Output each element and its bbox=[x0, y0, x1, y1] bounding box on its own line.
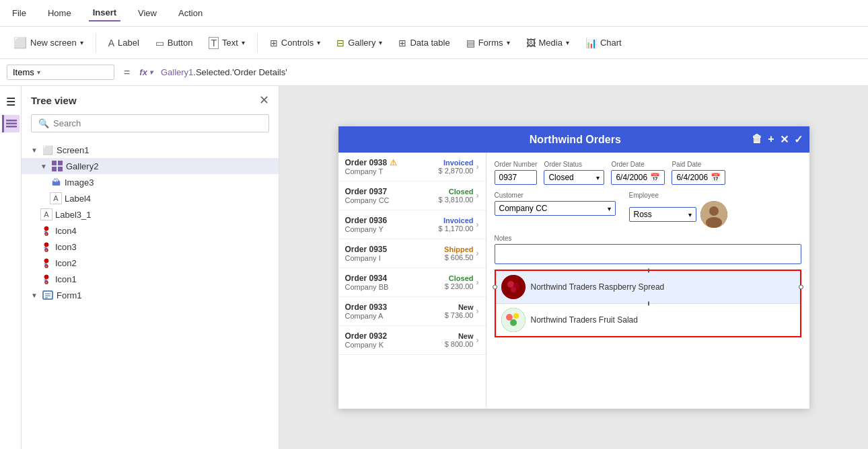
order-item-0932[interactable]: Order 0932 Company K New $ 800.00 › bbox=[338, 326, 486, 355]
forms-icon: ▤ bbox=[466, 38, 475, 48]
paid-date-label: Paid Date bbox=[672, 161, 725, 168]
order-item-0936[interactable]: Order 0936 Company Y Invoiced $ 1,170.00… bbox=[338, 210, 486, 239]
label-icon: A bbox=[108, 38, 114, 48]
gallery-item-fruit[interactable]: Northwind Traders Fruit Salad bbox=[496, 304, 800, 336]
employee-field: Employee Ross ▾ bbox=[629, 192, 727, 228]
tree-item-icon4[interactable]: ⇅ Icon4 bbox=[22, 222, 279, 239]
tree-item-label3-1[interactable]: A Label3_1 bbox=[22, 206, 279, 222]
menu-insert[interactable]: Insert bbox=[89, 5, 120, 22]
svg-point-31 bbox=[506, 314, 513, 321]
svg-rect-4 bbox=[58, 161, 63, 165]
layers-icon[interactable] bbox=[2, 115, 20, 132]
text-button[interactable]: T Text ▾ bbox=[202, 34, 251, 52]
menu-view[interactable]: View bbox=[134, 5, 161, 21]
tree-label-icon2: Icon2 bbox=[55, 258, 77, 268]
order-item-0933[interactable]: Order 0933 Company A New $ 736.00 › bbox=[338, 297, 486, 326]
tree-label-icon1: Icon1 bbox=[55, 274, 77, 284]
chevron-right-icon: › bbox=[476, 278, 479, 287]
employee-select[interactable]: Ross ▾ bbox=[629, 207, 696, 222]
formula-text[interactable]: Gallery1.Selected.'Order Details' bbox=[161, 67, 287, 77]
fx-indicator: fx ▾ bbox=[139, 67, 153, 77]
order-number: Order 0932 bbox=[345, 331, 445, 341]
tree-item-icon3[interactable]: ⇅ Icon3 bbox=[22, 239, 279, 255]
svg-point-33 bbox=[510, 319, 517, 326]
tree-item-screen1[interactable]: ▼ ⬜ Screen1 bbox=[22, 142, 279, 158]
customer-select[interactable]: Company CC ▾ bbox=[495, 201, 616, 216]
tree-item-image3[interactable]: 🏔 Image3 bbox=[22, 174, 279, 190]
hamburger-icon[interactable]: ☰ bbox=[2, 91, 20, 112]
detail-row-2: Customer Company CC ▾ Employee Ross bbox=[495, 192, 801, 228]
order-amount: $ 736.00 bbox=[445, 311, 474, 319]
svg-point-25 bbox=[706, 217, 722, 228]
order-item-0934[interactable]: Order 0934 Company BB Closed $ 230.00 › bbox=[338, 268, 486, 297]
svg-point-27 bbox=[507, 281, 514, 288]
menu-action[interactable]: Action bbox=[174, 5, 207, 21]
gallery-item-raspberry[interactable]: Northwind Traders Raspberry Spread bbox=[496, 271, 800, 304]
trash-icon[interactable]: 🗑 bbox=[752, 133, 762, 146]
tree-item-icon2[interactable]: ⇅ Icon2 bbox=[22, 255, 279, 271]
left-handles bbox=[493, 285, 497, 290]
forms-button[interactable]: ▤ Forms ▾ bbox=[460, 34, 517, 52]
handle bbox=[648, 268, 649, 273]
add-icon[interactable]: + bbox=[768, 133, 774, 146]
paid-date-input[interactable]: 6/4/2006 📅 bbox=[672, 170, 725, 185]
order-right: Invoiced $ 2,870.00 bbox=[439, 159, 474, 175]
label-icon: A bbox=[40, 208, 52, 220]
datatable-button[interactable]: ⊞ Data table bbox=[392, 34, 456, 52]
gallery-icon: ⊟ bbox=[336, 38, 345, 48]
media-button[interactable]: 🖼 Media ▾ bbox=[519, 34, 576, 52]
order-item-0937[interactable]: Order 0937 Company CC Closed $ 3,810.00 … bbox=[338, 181, 486, 210]
order-status-field: Order Status Closed ▾ bbox=[544, 161, 604, 185]
label-button[interactable]: A Label bbox=[102, 34, 146, 52]
tree-label-gallery2: Gallery2 bbox=[66, 161, 98, 171]
controls-button[interactable]: ⊞ Controls ▾ bbox=[263, 34, 327, 52]
main-layout: ☰ Tree view ✕ 🔍 ▼ ⬜ Screen1 bbox=[0, 86, 868, 449]
order-status-select[interactable]: Closed ▾ bbox=[544, 170, 604, 185]
property-dropdown[interactable]: Items ▾ bbox=[7, 65, 114, 80]
close-button[interactable]: ✕ bbox=[259, 93, 269, 108]
order-right: New $ 736.00 bbox=[445, 303, 474, 319]
expand-arrow: ▼ bbox=[31, 147, 39, 154]
top-handle-row bbox=[496, 268, 800, 273]
order-date-label: Order Date bbox=[611, 161, 665, 168]
tree-item-icon1[interactable]: ⇅ Icon1 bbox=[22, 271, 279, 287]
expand-arrow: ▼ bbox=[40, 163, 48, 170]
layers-svg bbox=[6, 118, 17, 129]
gallery-item-name-fruit: Northwind Traders Fruit Salad bbox=[531, 315, 638, 325]
menu-home[interactable]: Home bbox=[44, 5, 75, 21]
notes-input[interactable] bbox=[495, 244, 801, 264]
image-icon: 🏔 bbox=[50, 176, 62, 188]
order-item-0938[interactable]: Order 0938 ⚠ Company T Invoiced $ 2,870.… bbox=[338, 153, 486, 181]
svg-rect-2 bbox=[6, 126, 17, 128]
order-number-input[interactable]: 0937 bbox=[495, 170, 538, 185]
warning-icon: ⚠ bbox=[390, 158, 397, 167]
gallery-button[interactable]: ⊟ Gallery ▾ bbox=[330, 34, 389, 52]
svg-point-32 bbox=[513, 313, 519, 319]
order-status: Invoiced bbox=[439, 159, 474, 167]
chevron-right-icon: › bbox=[476, 162, 479, 171]
order-date-input[interactable]: 6/4/2006 📅 bbox=[611, 170, 665, 185]
chart-button[interactable]: 📊 Chart bbox=[579, 34, 628, 52]
employee-label: Employee bbox=[629, 192, 727, 199]
menu-file[interactable]: File bbox=[8, 5, 30, 21]
orders-list[interactable]: Order 0938 ⚠ Company T Invoiced $ 2,870.… bbox=[338, 153, 486, 407]
detail-row-1: Order Number 0937 Order Status Closed ▾ bbox=[495, 161, 801, 185]
button-button[interactable]: ▭ Button bbox=[149, 34, 200, 52]
check-icon[interactable]: ✓ bbox=[794, 133, 803, 146]
tree-item-label4[interactable]: A Label4 bbox=[22, 190, 279, 206]
bottom-handle-row bbox=[496, 301, 800, 306]
new-screen-button[interactable]: ⬜ New screen ▾ bbox=[7, 33, 90, 52]
tree-item-gallery2[interactable]: ▼ Gallery2 bbox=[22, 158, 279, 174]
chevron-down-icon: ▾ bbox=[379, 39, 382, 46]
chevron-right-icon: › bbox=[476, 335, 479, 345]
header-icons: 🗑 + ✕ ✓ bbox=[752, 133, 802, 146]
sidebar-title: Tree view bbox=[31, 95, 77, 106]
order-number-label: Order Number bbox=[495, 161, 538, 168]
close-icon[interactable]: ✕ bbox=[780, 133, 789, 146]
screen-icon: ⬜ bbox=[42, 144, 54, 156]
tree-item-form1[interactable]: ▼ Form1 bbox=[22, 287, 279, 303]
search-input[interactable] bbox=[53, 118, 262, 128]
order-item-0935[interactable]: Order 0935 Company I Shipped $ 606.50 › bbox=[338, 239, 486, 268]
order-company: Company A bbox=[345, 312, 445, 320]
svg-point-24 bbox=[709, 206, 719, 216]
